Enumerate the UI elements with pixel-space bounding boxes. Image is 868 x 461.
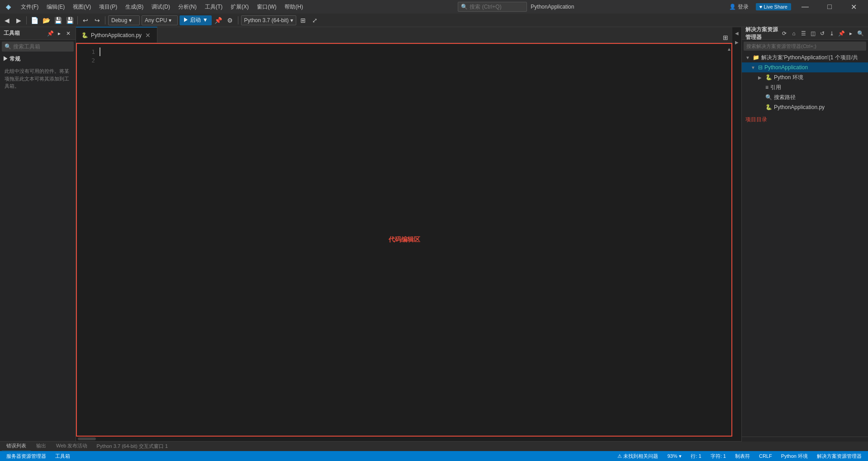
python-interactive-label: Python 3.7 (64-bit) 交互式窗口 1 (96, 443, 168, 450)
titlebar-left: ◈ 文件(F) 编辑(E) 视图(V) 项目(P) 生成(B) 调试(D) 分析… (4, 2, 307, 12)
cpu-config-dropdown[interactable]: Any CPU ▾ (142, 15, 178, 25)
menu-extensions[interactable]: 扩展(X) (227, 2, 252, 12)
menu-project[interactable]: 项目(P) (95, 2, 121, 12)
python-file-icon: 🐍 (81, 32, 88, 38)
toolbar-back-btn[interactable]: ◀ (2, 15, 12, 25)
horizontal-scrollbar-thumb[interactable] (78, 437, 96, 440)
user-icon: 👤 (729, 4, 736, 10)
statusbar-error-info[interactable]: ⚠ 未找到相关问题 (615, 453, 661, 460)
editor-content[interactable]: 1 2 代码编辑区 ▲ (76, 43, 732, 437)
statusbar-server-explorer[interactable]: 服务器资源管理器 (4, 451, 49, 461)
toolbar-config-btn[interactable]: ⚙ (225, 15, 235, 25)
toolbar-new-btn[interactable]: 📄 (29, 15, 39, 25)
titlebar-right: 👤 登录 ♥ Live Share — □ ✕ (726, 0, 864, 14)
python-env-node[interactable]: ▶ 🐍 Python 环境 (742, 72, 868, 82)
solution-header-icons: ⟳ ⌂ ☰ ◫ ↺ ⤓ 📌 ▸ 🔍 (780, 29, 864, 38)
solution-refresh-icon[interactable]: ↺ (818, 29, 826, 38)
menu-analyze[interactable]: 分析(N) (175, 2, 200, 12)
solution-preview-icon[interactable]: ◫ (809, 29, 817, 38)
toolbar-attach-btn[interactable]: 📌 (213, 15, 223, 25)
main-py-file-node[interactable]: 🐍 PythonApplication.py (742, 102, 868, 112)
python-version-dropdown[interactable]: Python 3.7 (64-bit) ▾ (241, 15, 297, 25)
debug-config-dropdown[interactable]: Debug ▾ (108, 15, 140, 25)
toolbar-save-all-btn[interactable]: 💾 (65, 15, 75, 25)
solution-search-box[interactable] (744, 42, 866, 51)
titlebar-center: 🔍 PythonApplication (458, 2, 574, 12)
expand-solution-btn[interactable]: ▶ (733, 38, 741, 46)
statusbar-toolbox[interactable]: 工具箱 (52, 451, 73, 461)
live-share-button[interactable]: ♥ Live Share (756, 3, 791, 10)
toolbar: ◀ ▶ 📄 📂 💾 💾 ↩ ↪ Debug ▾ Any CPU ▾ ▶ 启动 ▼… (0, 14, 868, 27)
center-collapse-panel: ◀ ▶ (732, 27, 741, 441)
statusbar-crlf[interactable]: CRLF (756, 451, 775, 461)
toolbox-empty-message: 此组中没有可用的控件。将某项拖至此文本可将其添加到工具箱。 (0, 64, 76, 94)
solution-root-node[interactable]: ▼ 📁 解决方案'PythonApplication'(1 个项目/共 (742, 52, 868, 62)
statusbar-line[interactable]: 行: 1 (688, 451, 704, 461)
toolbox-pin-icon[interactable]: 📌 (47, 30, 54, 37)
toolbar-open-btn[interactable]: 📂 (41, 15, 51, 25)
solution-explorer-title: 解决方案资源管理器 (745, 26, 780, 41)
scroll-up-icon[interactable]: ▲ (727, 46, 731, 52)
solution-collapse-icon[interactable]: ⤓ (828, 29, 836, 38)
statusbar-tab-format[interactable]: 制表符 (732, 451, 753, 461)
solution-search-input[interactable] (746, 43, 863, 49)
project-node[interactable]: ▼ ⊟ PythonApplication (742, 62, 868, 72)
menu-help[interactable]: 帮助(H) (281, 2, 307, 12)
menu-file[interactable]: 文件(F) (17, 2, 42, 12)
minimize-button[interactable]: — (795, 0, 816, 14)
close-button[interactable]: ✕ (844, 0, 864, 14)
toolbox-group-header[interactable]: ▶ 常规 (0, 54, 76, 64)
menu-build[interactable]: 生成(B) (122, 2, 147, 12)
toolbox-chevron-icon[interactable]: ▸ (56, 30, 63, 37)
editor-tab-python[interactable]: 🐍 PythonApplication.py ✕ (76, 27, 157, 43)
solution-pin-icon[interactable]: 📌 (837, 29, 845, 38)
menu-edit[interactable]: 编辑(E) (43, 2, 68, 12)
solution-scrollbar-horizontal[interactable] (742, 437, 868, 441)
statusbar-col[interactable]: 字符: 1 (708, 451, 729, 461)
line-number-2: 2 (77, 56, 95, 65)
tab-close-button[interactable]: ✕ (144, 32, 152, 39)
solution-search-btn[interactable]: 🔍 (856, 29, 864, 38)
toolbar-forward-btn[interactable]: ▶ (14, 15, 24, 25)
menu-view[interactable]: 视图(V) (69, 2, 95, 12)
solution-chevron-icon[interactable]: ▸ (847, 29, 855, 38)
login-button[interactable]: 👤 登录 (726, 2, 752, 12)
toolbar-redo-btn[interactable]: ↪ (92, 15, 102, 25)
search-paths-icon: 🔍 (765, 94, 772, 100)
search-paths-node[interactable]: 🔍 搜索路径 (742, 92, 868, 102)
statusbar-python-env[interactable]: Python 环境 (778, 451, 811, 461)
tab-web-publish[interactable]: Web 发布活动 (52, 442, 92, 451)
title-text: PythonApplication (531, 4, 574, 10)
tab-new-vertical-btn[interactable]: ⊞ (721, 33, 730, 43)
editor-scrollbar-horizontal[interactable] (76, 437, 732, 441)
toolbar-save-btn[interactable]: 💾 (53, 15, 63, 25)
toolbox-close-icon[interactable]: ✕ (65, 30, 72, 37)
h-scrollbar-track (742, 437, 868, 442)
tab-output[interactable]: 输出 (32, 442, 51, 451)
collapse-editor-btn[interactable]: ◀ (733, 29, 741, 37)
menu-debug[interactable]: 调试(D) (148, 2, 174, 12)
references-node[interactable]: ≡ 引用 (742, 82, 868, 92)
editor-scrollbar-vertical[interactable]: ▲ (727, 44, 731, 436)
statusbar-zoom[interactable]: 93% ▾ (664, 451, 684, 461)
solution-home-icon[interactable]: ⌂ (790, 29, 798, 38)
menu-tools[interactable]: 工具(T) (201, 2, 226, 12)
tree-expand-icon: ▼ (751, 65, 756, 70)
maximize-button[interactable]: □ (819, 0, 840, 14)
global-search-box[interactable]: 🔍 (458, 2, 527, 12)
solution-content-area (742, 127, 868, 437)
start-button[interactable]: ▶ 启动 ▼ (180, 15, 212, 25)
tab-error-list[interactable]: 错误列表 (2, 442, 31, 451)
toolbar-undo-btn[interactable]: ↩ (81, 15, 90, 25)
toolbar-expand-btn[interactable]: ⤢ (310, 15, 320, 25)
toolbar-grid-btn[interactable]: ⊞ (298, 15, 308, 25)
toolbox-search-input[interactable] (13, 43, 71, 50)
statusbar-solution-explorer[interactable]: 解决方案资源管理器 (814, 451, 864, 461)
toolbar-separator-4 (238, 16, 238, 24)
menu-window[interactable]: 窗口(W) (253, 2, 280, 12)
toolbox-search-box[interactable]: 🔍 (2, 42, 74, 52)
toolbox-header-icons: 📌 ▸ ✕ (47, 30, 72, 37)
solution-filter-icon[interactable]: ☰ (799, 29, 807, 38)
global-search-input[interactable] (470, 4, 524, 10)
solution-sync-icon[interactable]: ⟳ (780, 29, 788, 38)
